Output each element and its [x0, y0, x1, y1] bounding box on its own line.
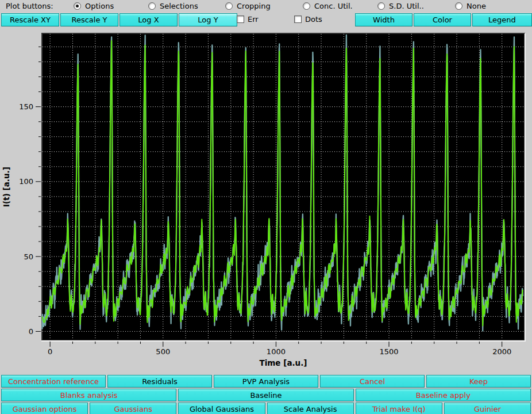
log-y-button[interactable]: Log Y [179, 13, 237, 26]
plot-toolbar: Rescale XYRescale YLog XLog Y ErrDots Wi… [0, 13, 532, 26]
plot-buttons-bar: Plot buttons: OptionsSelectionsCroppingC… [0, 0, 532, 13]
gaussian-options-button[interactable]: Gaussian options [1, 402, 88, 414]
radio-options[interactable] [74, 2, 81, 10]
radio-selected-dot [76, 5, 79, 7]
x-axis-tick-label: 0 [48, 347, 52, 356]
color-button[interactable]: Color [414, 13, 471, 26]
plot-canvas[interactable] [42, 33, 525, 340]
radio-selections[interactable] [148, 2, 156, 10]
radio-cropping[interactable] [225, 2, 233, 10]
y-axis-tick-label: 100 [19, 177, 33, 186]
radio-label-s-d-util: S.D. Util.. [389, 2, 424, 10]
radio-label-selections: Selections [160, 2, 198, 10]
checkbox-label-dots: Dots [305, 15, 322, 24]
keep-button[interactable]: Keep [426, 375, 531, 388]
blanks-analysis-button[interactable]: Blanks analysis [1, 389, 176, 401]
checkbox-label-err: Err [248, 15, 259, 24]
legend-button[interactable]: Legend [472, 13, 532, 26]
radio-label-cropping: Cropping [237, 2, 271, 10]
rescale-y-button[interactable]: Rescale Y [60, 13, 118, 26]
baseline-button[interactable]: Baseline [178, 389, 353, 401]
checkbox-dots[interactable] [294, 16, 302, 23]
guinier-button[interactable]: Guinier [444, 402, 531, 414]
radio-s-d-util[interactable] [377, 2, 385, 10]
x-axis-tick-label: 2000 [492, 347, 511, 356]
y-axis-tick-label: 150 [19, 102, 33, 111]
radio-label-conc-util: Conc. Util. [314, 2, 353, 10]
global-gaussians-button[interactable]: Global Gaussians [178, 402, 265, 414]
analysis-buttons-row-3: Gaussian optionsGaussiansGlobal Gaussian… [1, 402, 531, 414]
saxs-analysis-window: { "toolbar": { "plot_buttons_label": "Pl… [0, 0, 532, 414]
pvp-analysis-button[interactable]: PVP Analysis [214, 375, 318, 388]
checkbox-err[interactable] [237, 16, 244, 23]
rescale-xy-button[interactable]: Rescale XY [1, 13, 59, 26]
x-axis-title: Time [a.u.] [259, 358, 307, 367]
y-axis-title: I(t) [a.u.] [2, 167, 11, 207]
concentration-reference-button[interactable]: Concentration reference [1, 375, 106, 388]
analysis-buttons-row-1: Concentration referenceResidualsPVP Anal… [1, 375, 531, 388]
x-axis-tick-label: 1000 [267, 347, 286, 356]
gaussians-button[interactable]: Gaussians [90, 402, 176, 414]
cancel-button[interactable]: Cancel [320, 375, 425, 388]
radio-label-none: None [467, 2, 486, 10]
analysis-buttons-row-2: Blanks analysisBaselineBaseline apply [1, 389, 531, 401]
log-x-button[interactable]: Log X [119, 13, 178, 26]
y-axis-tick-label: 0 [29, 327, 33, 336]
x-axis-tick-label: 1500 [379, 347, 398, 356]
baseline-apply-button[interactable]: Baseline apply [356, 389, 531, 401]
width-button[interactable]: Width [355, 13, 413, 26]
intensity-vs-time-plot: 0501001500500100015002000Time [a.u.]I(t)… [0, 28, 532, 373]
trial-make-i-q-button[interactable]: Trial make I(q) [356, 402, 442, 414]
residuals-button[interactable]: Residuals [107, 375, 212, 388]
y-axis-tick-label: 50 [24, 252, 33, 261]
plot-buttons-label: Plot buttons: [6, 2, 53, 10]
radio-conc-util[interactable] [303, 2, 310, 10]
x-axis-tick-label: 500 [156, 347, 170, 356]
radio-label-options: Options [85, 2, 114, 10]
radio-none[interactable] [455, 2, 462, 10]
scale-analysis-button[interactable]: Scale Analysis [267, 402, 354, 414]
